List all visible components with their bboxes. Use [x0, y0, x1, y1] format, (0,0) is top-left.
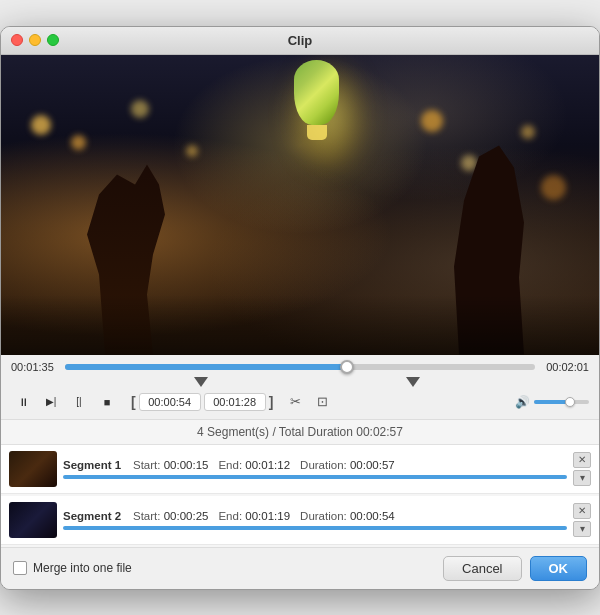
segment-2-name: Segment 2 [63, 510, 123, 522]
next-frame-icon: ▶| [46, 396, 57, 407]
scrubber-fill [65, 364, 347, 370]
volume-slider[interactable] [534, 400, 589, 404]
segment-1-delete-button[interactable]: ✕ [573, 452, 591, 468]
bracket-prev-icon: [| [76, 396, 81, 407]
bokeh-light [421, 110, 443, 132]
merge-label: Merge into one file [33, 561, 132, 575]
bokeh-light [186, 145, 198, 157]
maximize-button[interactable] [47, 34, 59, 46]
bokeh-light [521, 125, 535, 139]
lantern [289, 60, 344, 140]
bottom-bar: Merge into one file Cancel OK [1, 547, 599, 589]
segment-list: Segment 1 Start: 00:00:15 End: 00:01:12 … [1, 445, 599, 547]
controls-area: 00:01:35 00:02:01 ▶| [| [1, 355, 599, 420]
table-row: Segment 1 Start: 00:00:15 End: 00:01:12 … [1, 445, 599, 494]
segment-1-duration-label: Duration: 00:00:57 [300, 459, 395, 471]
trim-icon: ⊡ [317, 394, 328, 409]
lantern-bottom [307, 125, 327, 140]
cancel-button[interactable]: Cancel [443, 556, 521, 581]
prev-segment-button[interactable]: [| [67, 391, 91, 413]
pause-button[interactable] [11, 391, 35, 413]
time-range-inputs: [ ] [131, 393, 273, 411]
thumb-image-1 [9, 451, 57, 487]
bracket-right: ] [269, 394, 274, 410]
volume-thumb[interactable] [565, 397, 575, 407]
clip-tools: ✂ ⊡ [283, 391, 334, 413]
ok-button[interactable]: OK [530, 556, 588, 581]
segment-2-bar [63, 526, 567, 530]
segment-2-start-label: Start: 00:00:25 [133, 510, 208, 522]
segment-1-end-label: End: 00:01:12 [218, 459, 290, 471]
close-button[interactable] [11, 34, 23, 46]
playback-controls: ▶| [| [ ] ✂ ⊡ [11, 389, 589, 415]
trim-handle-left[interactable] [194, 377, 208, 387]
stop-button[interactable] [95, 391, 119, 413]
video-frame [1, 55, 599, 355]
scrubber-row: 00:01:35 00:02:01 [11, 361, 589, 373]
titlebar: Clip [1, 27, 599, 55]
titlebar-buttons [11, 34, 59, 46]
segment-2-down-button[interactable]: ▾ [573, 521, 591, 537]
end-time-input[interactable] [204, 393, 266, 411]
segment-thumbnail-2 [9, 502, 57, 538]
volume-icon: 🔊 [515, 395, 530, 409]
trim-button[interactable]: ⊡ [310, 391, 334, 413]
segment-thumbnail-1 [9, 451, 57, 487]
segment-2-duration-label: Duration: 00:00:54 [300, 510, 395, 522]
bokeh-light [131, 100, 149, 118]
segment-2-info: Segment 2 Start: 00:00:25 End: 00:01:19 … [63, 510, 567, 530]
bottom-overlay [1, 295, 599, 355]
bokeh-light [71, 135, 86, 150]
segment-2-end-label: End: 00:01:19 [218, 510, 290, 522]
thumb-image-2 [9, 502, 57, 538]
window-title: Clip [288, 33, 313, 48]
video-player[interactable] [1, 55, 599, 355]
segment-2-top: Segment 2 Start: 00:00:25 End: 00:01:19 … [63, 510, 567, 522]
segment-1-actions: ✕ ▾ [573, 452, 591, 486]
bokeh-light [461, 155, 477, 171]
start-time-input[interactable] [139, 393, 201, 411]
table-row: Segment 2 Start: 00:00:25 End: 00:01:19 … [1, 496, 599, 545]
bokeh-light [31, 115, 51, 135]
segment-1-info: Segment 1 Start: 00:00:15 End: 00:01:12 … [63, 459, 567, 479]
trim-handles-row [69, 377, 531, 389]
pause-icon [18, 395, 29, 409]
scissors-button[interactable]: ✂ [283, 391, 307, 413]
next-frame-button[interactable]: ▶| [39, 391, 63, 413]
segments-summary: 4 Segment(s) / Total Duration 00:02:57 [197, 425, 403, 439]
stop-icon [104, 395, 111, 409]
bracket-left: [ [131, 394, 136, 410]
scrubber-thumb[interactable] [340, 360, 354, 374]
volume-control: 🔊 [515, 395, 589, 409]
segment-2-actions: ✕ ▾ [573, 503, 591, 537]
segment-1-down-button[interactable]: ▾ [573, 470, 591, 486]
trim-handle-right[interactable] [406, 377, 420, 387]
merge-checkbox[interactable] [13, 561, 27, 575]
main-window: Clip [0, 26, 600, 590]
lantern-body [294, 60, 339, 125]
current-time-label: 00:01:35 [11, 361, 59, 373]
segment-1-start-label: Start: 00:00:15 [133, 459, 208, 471]
segments-header: 4 Segment(s) / Total Duration 00:02:57 [1, 420, 599, 445]
merge-checkbox-group[interactable]: Merge into one file [13, 561, 132, 575]
segment-1-bar [63, 475, 567, 479]
minimize-button[interactable] [29, 34, 41, 46]
segment-2-delete-button[interactable]: ✕ [573, 503, 591, 519]
segment-1-top: Segment 1 Start: 00:00:15 End: 00:01:12 … [63, 459, 567, 471]
end-time-label: 00:02:01 [541, 361, 589, 373]
scissors-icon: ✂ [290, 394, 301, 409]
bokeh-light [541, 175, 566, 200]
segment-1-name: Segment 1 [63, 459, 123, 471]
scrubber[interactable] [65, 364, 535, 370]
